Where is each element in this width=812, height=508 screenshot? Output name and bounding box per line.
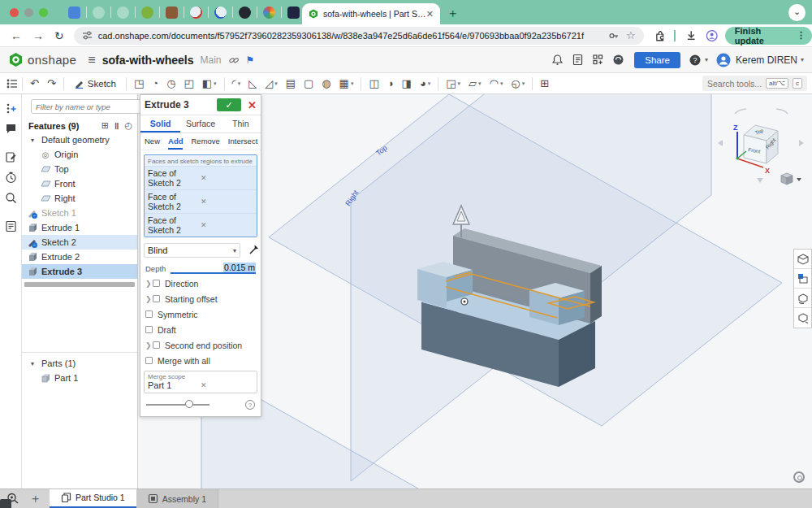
extension-icon[interactable] <box>166 7 178 19</box>
option-starting-offset[interactable]: ❯Starting offset <box>140 291 261 306</box>
chamfer-tool-icon[interactable]: ◺ <box>244 77 261 89</box>
caret-down-icon[interactable]: ▾ <box>27 137 38 144</box>
share-button[interactable]: Share <box>634 52 680 68</box>
undo-icon[interactable]: ↶ <box>26 77 43 89</box>
document-title[interactable]: sofa-with-wheels <box>102 54 194 67</box>
document-menu-icon[interactable]: ≡ <box>88 53 95 67</box>
op-remove[interactable]: Remove <box>191 133 219 150</box>
macos-minimize-button[interactable] <box>24 8 33 17</box>
merge-scope-box[interactable]: Merge scope Part 1✕ <box>144 371 257 393</box>
checkbox[interactable] <box>153 295 160 302</box>
curve-tool-icon[interactable]: ◠▾ <box>486 77 508 89</box>
rotate-down-arrow[interactable] <box>757 178 763 183</box>
finish-update-button[interactable]: Finish update ⋮ <box>725 27 812 45</box>
op-add[interactable]: Add <box>168 133 183 150</box>
avatar[interactable] <box>716 53 731 67</box>
tree-group-default-geometry[interactable]: ▾ Default geometry <box>22 132 137 147</box>
sweep-tool-icon[interactable]: ◷ <box>162 77 179 89</box>
hole-tool-icon[interactable]: ◍ <box>317 77 335 89</box>
key-icon[interactable] <box>608 30 620 41</box>
op-intersect[interactable]: Intersect <box>228 133 257 150</box>
confirm-button[interactable]: ✓ <box>217 98 241 111</box>
tab-surface[interactable]: Surface <box>180 115 220 132</box>
draft-tool-icon[interactable]: ◿▾ <box>261 77 282 89</box>
sketch-button[interactable]: Sketch <box>67 78 123 89</box>
learning-flag-icon[interactable]: ⚑ <box>246 54 255 66</box>
apps-grid-icon[interactable] <box>592 54 604 66</box>
selection-item[interactable]: Face of Sketch 2✕ <box>145 166 257 189</box>
forward-icon[interactable]: → <box>32 29 44 42</box>
extrude-tool-icon[interactable]: ◳ <box>130 77 148 89</box>
tree-item-extrude-3[interactable]: Extrude 3 <box>22 264 137 279</box>
tab-search-chevron[interactable]: ⌄ <box>788 4 806 21</box>
selection-list[interactable]: Faces and sketch regions to extrude Face… <box>144 154 257 237</box>
zoom-view-button[interactable] <box>794 308 811 328</box>
tab-part-studio-1[interactable]: Part Studio 1 <box>50 489 136 508</box>
remove-selection-icon[interactable]: ✕ <box>201 174 253 182</box>
workspace-name[interactable]: Main <box>201 54 222 66</box>
help-caret-icon[interactable]: ▾ <box>705 56 708 63</box>
filter-input[interactable] <box>31 99 141 114</box>
remove-selection-icon[interactable]: ✕ <box>201 198 253 206</box>
rollback-history-icon[interactable]: ◴ <box>124 120 132 131</box>
modify-tool-icon[interactable]: ◲▾ <box>442 77 464 89</box>
caret-down-icon[interactable]: ▾ <box>27 360 38 367</box>
checkbox[interactable] <box>145 326 153 333</box>
selection-item[interactable]: Face of Sketch 2✕ <box>145 213 257 237</box>
bookmark-star-icon[interactable]: ☆ <box>626 29 636 41</box>
revolve-tool-icon[interactable]: ◔ <box>148 77 162 89</box>
extension-icon[interactable] <box>263 7 275 19</box>
extension-icon[interactable] <box>117 7 129 19</box>
spin-arrow[interactable] <box>776 109 788 114</box>
comments-icon[interactable] <box>5 123 17 135</box>
extension-icon[interactable] <box>214 7 227 19</box>
kebab-menu-icon[interactable]: ⋮ <box>797 30 806 41</box>
new-tab-button[interactable]: ＋ <box>447 6 459 21</box>
add-element-button[interactable]: ＋ <box>29 491 41 506</box>
loft-tool-icon[interactable]: ◰ <box>179 77 197 89</box>
view-cube[interactable]: Top Front Right <box>718 109 804 183</box>
mirror-tool-icon[interactable]: ◫ <box>365 77 382 89</box>
tab-assembly-1[interactable]: Assembly 1 <box>136 489 218 508</box>
option-merge-with-all[interactable]: Merge with all <box>140 353 261 368</box>
depth-value[interactable]: 0.015 m <box>223 263 256 272</box>
tree-item-sketch-2[interactable]: – Sketch 2 <box>22 235 137 250</box>
shell-tool-icon[interactable]: ▢ <box>300 77 317 89</box>
dialog-help-icon[interactable]: ? <box>245 400 255 410</box>
user-menu-caret-icon[interactable]: ▾ <box>801 56 804 63</box>
release-notes-icon[interactable] <box>572 54 584 66</box>
onshape-logo[interactable]: onshape <box>8 52 76 67</box>
option-draft[interactable]: Draft <box>140 322 261 337</box>
browser-tab-active[interactable]: sofa-with-wheels | Part Studi ✕ <box>302 3 440 24</box>
op-new[interactable]: New <box>145 133 160 150</box>
depth-field[interactable]: Depth 0.015 m <box>145 263 256 274</box>
parts-group[interactable]: ▾ Parts (1) <box>22 356 137 371</box>
option-second-end[interactable]: ❯Second end position <box>140 337 261 353</box>
search-history-icon[interactable] <box>5 192 17 204</box>
mate-connector-icon[interactable]: ⊞ <box>536 77 553 89</box>
end-condition-dropdown[interactable]: Blind▾ <box>144 243 240 258</box>
isometric-view-button[interactable] <box>794 250 811 269</box>
tree-item-origin[interactable]: ◎ Origin <box>22 147 137 162</box>
link-icon[interactable] <box>228 54 240 66</box>
follow-mode-icon[interactable] <box>5 102 17 115</box>
insert-folder-icon[interactable]: ⊞ <box>102 120 109 131</box>
site-settings-icon[interactable] <box>82 30 93 41</box>
profile-icon[interactable] <box>706 29 718 42</box>
address-box[interactable]: cad.onshape.com/documents/f57952f7396028… <box>74 27 644 45</box>
view-menu-button[interactable] <box>781 173 801 185</box>
rotate-right-arrow[interactable] <box>799 140 804 146</box>
versions-icon[interactable] <box>5 151 17 163</box>
option-symmetric[interactable]: Symmetric <box>140 306 261 322</box>
remove-selection-icon[interactable]: ✕ <box>201 221 253 229</box>
cancel-button[interactable]: ✕ <box>248 99 257 111</box>
rollback-bar[interactable] <box>24 282 135 287</box>
user-name[interactable]: Kerem DIREN <box>736 54 797 66</box>
merge-scope-value[interactable]: Part 1 <box>148 380 201 390</box>
rib-tool-icon[interactable]: ▤ <box>282 77 300 89</box>
tab-thin[interactable]: Thin <box>221 115 261 132</box>
extensions-puzzle-icon[interactable] <box>654 29 666 42</box>
suppress-icon[interactable]: ‖ <box>114 121 119 131</box>
tree-item-top-plane[interactable]: Top <box>22 162 137 176</box>
remove-merge-scope-icon[interactable]: ✕ <box>201 381 253 389</box>
